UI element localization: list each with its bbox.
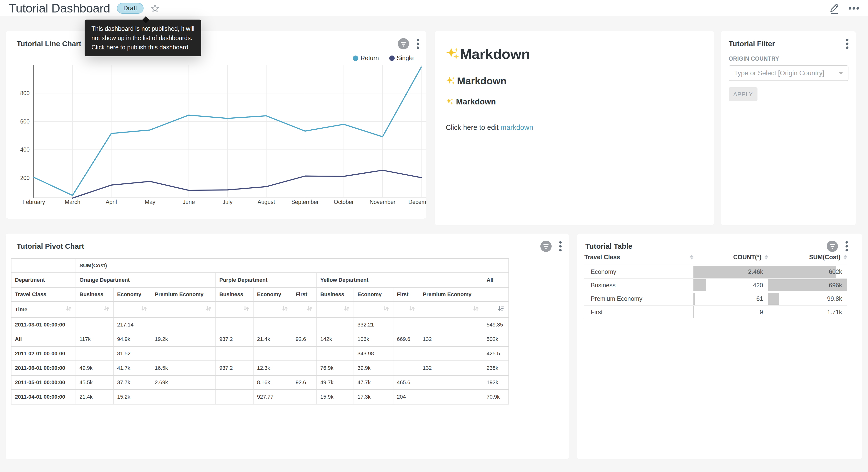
pivot-row: All117k94.9k19.2k937.221.4k92.6142k106k6… <box>11 332 508 347</box>
pivot-row: 2011-06-01 00:00:0049.9k41.7k16.5k937.21… <box>11 361 508 375</box>
pivot-column-header: Economy <box>253 287 292 302</box>
pivot-value-cell: 41.7k <box>114 361 151 375</box>
pivot-value-cell <box>317 347 354 361</box>
pivot-column-header: First <box>292 287 317 302</box>
pivot-value-cell <box>253 347 292 361</box>
sort-icon[interactable] <box>141 307 148 313</box>
sort-icon <box>765 255 768 260</box>
x-axis-tick-label: March <box>65 199 81 205</box>
pivot-value-cell: 94.9k <box>114 332 151 347</box>
pivot-value-cell: 549.35 <box>483 318 508 332</box>
cell-bar <box>768 306 768 318</box>
pivot-sort-cell <box>419 302 483 318</box>
pivot-value-cell: 19.2k <box>151 332 216 347</box>
chart-kebab-menu-icon[interactable] <box>559 240 562 252</box>
pivot-value-cell: 21.4k <box>253 332 292 347</box>
sort-icon[interactable] <box>472 307 479 313</box>
markdown-card: Markdown Markdown Markdown Click here to… <box>435 31 714 225</box>
draft-badge[interactable]: Draft <box>117 3 143 14</box>
sparkles-icon <box>446 76 456 86</box>
pivot-column-header: Premium Economy <box>151 287 216 302</box>
pivot-row-label: 2011-06-01 00:00:00 <box>11 361 76 375</box>
pivot-value-cell <box>76 347 114 361</box>
table-row: Economy2.46k602k <box>584 265 847 279</box>
sort-icon[interactable] <box>65 305 72 314</box>
pivot-value-cell: 15.2k <box>114 390 151 404</box>
pivot-sort-cell <box>216 302 253 318</box>
sort-icon[interactable] <box>205 307 212 313</box>
table-row: First91.71k <box>584 305 847 319</box>
origin-country-placeholder: Type or Select [Origin Country] <box>734 69 824 77</box>
origin-country-select[interactable]: Type or Select [Origin Country] <box>728 65 848 81</box>
y-axis-tick-label: 400 <box>20 147 30 153</box>
chart-kebab-menu-icon[interactable] <box>416 38 420 50</box>
tooltip-line: not show up in the list of dashboards. <box>91 33 194 42</box>
metric-cell: 2.46k <box>693 265 768 279</box>
pivot-value-cell: 142k <box>317 332 354 347</box>
x-axis-tick-label: May <box>145 199 156 205</box>
sort-icon[interactable] <box>383 307 390 313</box>
pivot-value-cell <box>292 347 317 361</box>
travel-class-cell: First <box>584 305 693 319</box>
chart-kebab-menu-icon[interactable] <box>845 240 848 252</box>
pivot-column-header: Business <box>216 287 253 302</box>
pivot-column-group-header: Yellow Department <box>317 273 483 287</box>
apply-filter-button[interactable]: APPLY <box>728 87 757 101</box>
markdown-heading-1: Markdown <box>446 46 704 62</box>
filter-kebab-menu-icon[interactable] <box>845 38 849 50</box>
sort-icon-active[interactable] <box>498 307 505 313</box>
pivot-row-label: 2011-02-01 00:00:00 <box>11 347 76 361</box>
pivot-table: SUM(Cost)DepartmentOrange DepartmentPurp… <box>11 258 509 405</box>
pivot-row: 2011-05-01 00:00:0045.5k37.7k2.69k8.16k9… <box>11 375 508 390</box>
pivot-value-cell: 217.14 <box>114 318 151 332</box>
pivot-value-cell <box>419 390 483 404</box>
pivot-value-cell <box>292 390 317 404</box>
cell-bar <box>693 306 694 318</box>
pivot-sort-cell <box>114 302 151 318</box>
sort-icon[interactable] <box>343 307 350 313</box>
line-chart-header: Tutorial Line Chart <box>17 38 420 50</box>
pivot-value-cell: 15.9k <box>317 390 354 404</box>
favorite-star-icon[interactable] <box>150 4 160 13</box>
line-chart-title: Tutorial Line Chart <box>17 40 81 48</box>
pivot-value-cell <box>393 361 419 375</box>
pivot-value-cell: 204 <box>393 390 419 404</box>
pivot-value-cell <box>216 390 253 404</box>
markdown-edit-link[interactable]: markdown <box>500 123 533 131</box>
y-axis-tick-label: 600 <box>20 118 30 125</box>
sparkles-icon <box>446 47 459 61</box>
sort-icon[interactable] <box>103 307 110 313</box>
table-column-header[interactable]: SUM(Cost) <box>768 254 847 265</box>
pivot-sort-cell <box>292 302 317 318</box>
pivot-value-cell <box>151 318 216 332</box>
legend-label-return: Return <box>361 55 379 62</box>
legend-item-return[interactable]: Return <box>353 55 379 62</box>
table-row: Premium Economy6199.8k <box>584 292 847 305</box>
sparkles-icon <box>446 98 454 106</box>
legend-dot-return <box>353 56 358 61</box>
series-line-single <box>73 170 422 198</box>
sort-icon[interactable] <box>306 307 313 313</box>
table-column-header[interactable]: COUNT(*) <box>693 254 768 265</box>
table-column-header[interactable]: Travel Class <box>584 254 693 265</box>
pivot-value-cell: 8.16k <box>253 375 292 390</box>
table-card-header: Tutorial Table <box>585 240 848 252</box>
applied-filters-badge-icon[interactable] <box>398 38 409 50</box>
more-actions-icon[interactable] <box>848 7 860 10</box>
page-title: Tutorial Dashboard <box>9 1 110 16</box>
legend-item-single[interactable]: Single <box>389 55 414 62</box>
y-axis-tick-label: 800 <box>20 90 30 96</box>
tutorial-table: Travel ClassCOUNT(*)SUM(Cost)Economy2.46… <box>584 254 847 319</box>
pivot-row-label: All <box>11 332 76 347</box>
sort-icon[interactable] <box>243 307 250 313</box>
applied-filters-badge-icon[interactable] <box>827 240 838 252</box>
applied-filters-badge-icon[interactable] <box>540 240 552 252</box>
edit-dashboard-icon[interactable] <box>829 3 839 14</box>
sort-icon[interactable] <box>409 307 415 313</box>
pivot-value-cell <box>216 347 253 361</box>
metric-cell: 696k <box>768 278 847 292</box>
x-axis-tick-label: October <box>334 199 354 205</box>
x-axis-tick-label: April <box>105 199 117 205</box>
sort-icon[interactable] <box>281 307 288 313</box>
x-axis-tick-label: February <box>23 199 45 205</box>
